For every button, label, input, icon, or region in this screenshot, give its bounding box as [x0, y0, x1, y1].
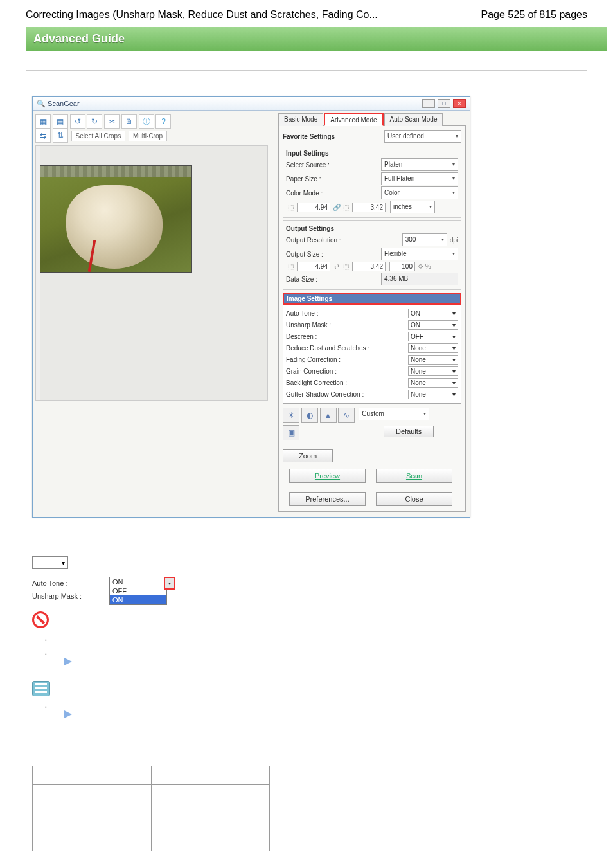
grid-icon[interactable]: ▦	[35, 114, 51, 129]
bullet-1	[45, 635, 587, 644]
lock-icon[interactable]: 🔗	[332, 204, 341, 211]
rotate-cw-icon[interactable]: ↻	[87, 114, 102, 129]
image-row-select[interactable]: OFF▾	[408, 332, 458, 341]
data-label: Data Size :	[286, 276, 381, 283]
res-select[interactable]: 300▾	[402, 233, 447, 246]
close-panel-button[interactable]: Close	[376, 492, 452, 506]
comparison-table	[32, 766, 270, 851]
image-row-label: Unsharp Mask :	[286, 321, 408, 329]
out-height[interactable]: 3.42	[352, 262, 386, 271]
favorite-select[interactable]: User defined▾	[384, 130, 461, 143]
scan-button[interactable]: Scan	[376, 469, 452, 483]
tab-advanced[interactable]: Advanced Mode	[324, 113, 383, 126]
info-icon[interactable]: ⓘ	[139, 114, 154, 129]
color-label: Color Mode :	[286, 190, 381, 197]
opt-off[interactable]: OFF	[110, 586, 166, 595]
image-row-label: Reduce Dust and Scratches :	[286, 345, 408, 352]
zoom-button[interactable]: Zoom	[283, 449, 333, 462]
input-settings-group: Input Settings Select Source : Platen▾ P…	[283, 145, 461, 218]
arrow-icon	[64, 658, 72, 665]
output-settings-group: Output Settings Output Resolution : 300▾…	[283, 220, 461, 290]
image-row-label: Grain Correction :	[286, 368, 408, 375]
input-title: Input Settings	[286, 150, 458, 157]
help-icon[interactable]: ?	[155, 114, 171, 129]
image-row-label: Auto Tone :	[286, 310, 408, 317]
threshold-icon[interactable]: ▣	[283, 425, 299, 440]
arrow-icon-2	[64, 710, 72, 718]
image-row-label: Fading Correction :	[286, 356, 408, 363]
select-all-crops[interactable]: Select All Crops	[71, 131, 126, 141]
image-row-select[interactable]: ON▾	[408, 320, 458, 330]
paper-select[interactable]: Full Platen▾	[381, 172, 458, 185]
image-row-select[interactable]: ON▾	[408, 309, 458, 318]
preview-area[interactable]	[35, 145, 268, 401]
separator	[26, 70, 587, 71]
preferences-button[interactable]: Preferences...	[289, 492, 366, 506]
prohibit-icon	[32, 611, 49, 628]
source-select[interactable]: Platen▾	[381, 158, 458, 171]
bullet-2	[45, 649, 587, 667]
separator-3	[32, 727, 585, 727]
maximize-button[interactable]: □	[438, 99, 450, 108]
favorite-label: Favorite Settings	[283, 133, 384, 140]
unit-select[interactable]: inches▾	[390, 201, 435, 213]
advanced-guide-banner: Advanced Guide	[26, 27, 607, 51]
color-select[interactable]: Color▾	[381, 186, 458, 199]
brightness-icon[interactable]: ☀	[283, 408, 299, 423]
image-row-select[interactable]: None▾	[408, 390, 458, 399]
output-title: Output Settings	[286, 225, 458, 232]
custom-select[interactable]: Custom▾	[359, 408, 429, 420]
image-row-select[interactable]: None▾	[408, 355, 458, 365]
mini-dropdown[interactable]: ▾	[32, 556, 68, 569]
paper-label: Paper Size :	[286, 176, 381, 183]
histogram-icon[interactable]: ▲	[320, 408, 337, 423]
thumb-icon[interactable]: ▤	[53, 114, 68, 129]
fit-h-icon[interactable]: ⇆	[35, 129, 51, 143]
res-label: Output Resolution :	[286, 237, 402, 244]
minimize-button[interactable]: –	[422, 99, 435, 108]
close-button[interactable]: ×	[453, 99, 466, 108]
opt-on[interactable]: ON	[110, 577, 166, 586]
separator-2	[32, 674, 585, 674]
image-settings-header: Image Settings	[283, 293, 461, 305]
doc-header-left: Correcting Images (Unsharp Mask, Reduce …	[26, 9, 378, 21]
out-width[interactable]: 4.94	[297, 262, 330, 271]
preview-button[interactable]: Preview	[289, 469, 366, 483]
res-unit: dpi	[450, 237, 458, 244]
outsize-label: Output Size :	[286, 251, 381, 258]
doc-header-right: Page 525 of 815 pages	[481, 9, 587, 21]
opt-on-selected[interactable]: ON	[110, 595, 166, 604]
out-percent[interactable]: 100	[389, 262, 415, 271]
dropdown-button-highlight[interactable]: ▾	[164, 577, 175, 590]
input-width[interactable]: 4.94	[297, 203, 330, 212]
example-dropdown[interactable]: ON OFF ON ▾	[109, 577, 167, 605]
window-title: ScanGear	[48, 100, 80, 107]
multi-crop-button[interactable]: Multi-Crop	[129, 131, 167, 141]
bullet-3	[45, 701, 587, 720]
image-row-select[interactable]: None▾	[408, 366, 458, 376]
image-row-label: Gutter Shadow Correction :	[286, 391, 408, 398]
defaults-button[interactable]: Defaults	[384, 426, 434, 437]
window-controls[interactable]: – □ ×	[422, 99, 466, 108]
source-label: Select Source :	[286, 161, 381, 168]
tab-auto[interactable]: Auto Scan Mode	[384, 113, 443, 126]
data-size: 4.36 MB	[381, 273, 458, 285]
rotate-ccw-icon[interactable]: ↺	[70, 114, 85, 129]
image-row-select[interactable]: None▾	[408, 343, 458, 353]
image-row-label: Backlight Correction :	[286, 379, 408, 386]
ex-auto-tone-label: Auto Tone :	[32, 577, 109, 590]
scangear-window: 🔍 ScanGear – □ × ▦ ▤ ↺ ↻ ✂ 🗎 ⓘ ?	[32, 96, 470, 518]
image-settings-body: Auto Tone :ON▾Unsharp Mask :ON▾Descreen …	[283, 305, 461, 404]
left-toolbar: ▦ ▤ ↺ ↻ ✂ 🗎 ⓘ ? ⇆ ⇅ Select All Crops Mul…	[35, 113, 273, 145]
crop-icon[interactable]: ✂	[104, 114, 120, 129]
contrast-icon[interactable]: ◐	[301, 408, 318, 423]
preview-image[interactable]	[40, 165, 192, 273]
curve-icon[interactable]: ∿	[338, 408, 355, 423]
outsize-select[interactable]: Flexible▾	[381, 248, 458, 260]
tab-basic[interactable]: Basic Mode	[278, 113, 323, 126]
pages-icon	[32, 681, 50, 696]
copy-icon[interactable]: 🗎	[121, 114, 137, 129]
input-height[interactable]: 3.42	[352, 203, 386, 212]
image-row-select[interactable]: None▾	[408, 378, 458, 388]
fit-v-icon[interactable]: ⇅	[53, 129, 68, 143]
